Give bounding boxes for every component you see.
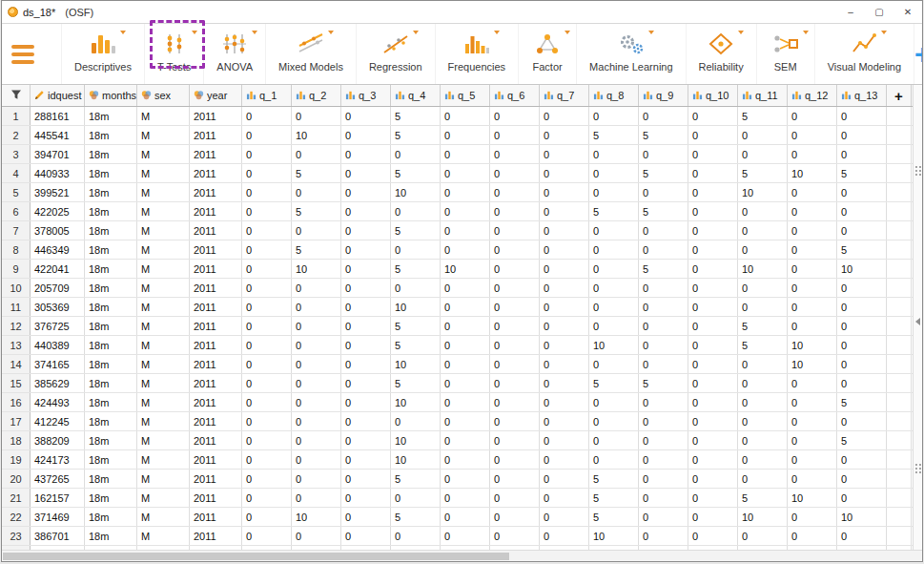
- cell[interactable]: 0: [589, 298, 639, 316]
- cell[interactable]: 0: [341, 317, 391, 335]
- ribbon-module-factor[interactable]: Factor: [519, 24, 577, 84]
- cell[interactable]: 10: [589, 527, 639, 545]
- cell[interactable]: 10: [391, 183, 441, 201]
- cell[interactable]: 0: [242, 202, 292, 220]
- cell[interactable]: 0: [441, 183, 490, 201]
- cell[interactable]: 0: [292, 317, 341, 335]
- cell[interactable]: 0: [688, 527, 738, 545]
- cell[interactable]: 0: [788, 450, 837, 469]
- cell[interactable]: 422025: [31, 202, 85, 220]
- cell[interactable]: 2011: [190, 107, 242, 125]
- cell[interactable]: 0: [242, 279, 292, 297]
- close-button[interactable]: ✕: [893, 1, 922, 23]
- cell[interactable]: 0: [688, 336, 738, 354]
- column-header-year[interactable]: year: [190, 85, 242, 106]
- cell[interactable]: 0: [292, 298, 341, 316]
- cell[interactable]: 5: [391, 336, 441, 354]
- cell[interactable]: 0: [688, 298, 738, 316]
- cell[interactable]: M: [137, 279, 190, 297]
- cell[interactable]: 0: [292, 221, 341, 240]
- cell[interactable]: 5: [639, 374, 688, 392]
- row-number[interactable]: 21: [2, 489, 31, 507]
- cell[interactable]: 0: [639, 393, 688, 411]
- cell[interactable]: 378005: [31, 221, 85, 240]
- cell[interactable]: 0: [837, 527, 887, 545]
- cell[interactable]: 2011: [190, 412, 242, 430]
- cell[interactable]: 0: [242, 508, 292, 526]
- cell[interactable]: 10: [292, 126, 341, 144]
- cell[interactable]: 2011: [190, 126, 242, 144]
- cell[interactable]: 10: [738, 183, 788, 201]
- cell[interactable]: 10: [441, 260, 490, 278]
- cell[interactable]: 0: [490, 431, 540, 449]
- cell[interactable]: M: [137, 393, 190, 411]
- horizontal-scrollbar[interactable]: [2, 550, 922, 561]
- cell[interactable]: 5: [391, 221, 441, 240]
- cell[interactable]: 2011: [190, 431, 242, 449]
- cell[interactable]: 0: [242, 470, 292, 488]
- cell[interactable]: 0: [788, 431, 837, 449]
- cell[interactable]: 440389: [31, 336, 85, 354]
- cell[interactable]: 0: [490, 164, 540, 182]
- cell[interactable]: M: [137, 374, 190, 392]
- cell[interactable]: 0: [490, 527, 540, 545]
- cell[interactable]: 0: [391, 412, 441, 430]
- row-number[interactable]: 9: [2, 260, 31, 278]
- cell[interactable]: 0: [688, 317, 738, 335]
- cell[interactable]: 18m: [85, 298, 137, 316]
- cell[interactable]: 0: [441, 527, 490, 545]
- cell[interactable]: 0: [788, 260, 837, 278]
- cell[interactable]: 0: [639, 336, 688, 354]
- cell[interactable]: 0: [639, 450, 688, 469]
- column-header-idquest[interactable]: idquest: [31, 85, 85, 106]
- cell[interactable]: 0: [837, 107, 887, 125]
- cell[interactable]: 424173: [31, 450, 85, 469]
- cell[interactable]: 0: [490, 489, 540, 507]
- cell[interactable]: 0: [292, 374, 341, 392]
- cell[interactable]: 0: [391, 527, 441, 545]
- cell[interactable]: 0: [490, 202, 540, 220]
- row-number[interactable]: 17: [2, 412, 31, 430]
- cell[interactable]: 205709: [31, 279, 85, 297]
- column-header-q-13[interactable]: q_13: [837, 85, 887, 106]
- cell[interactable]: 0: [688, 240, 738, 259]
- cell[interactable]: M: [137, 450, 190, 469]
- cell[interactable]: 2011: [190, 317, 242, 335]
- cell[interactable]: 0: [837, 145, 887, 163]
- open-results-arrow-icon[interactable]: [915, 318, 920, 325]
- cell[interactable]: 5: [639, 260, 688, 278]
- cell[interactable]: 0: [738, 355, 788, 373]
- ribbon-module-descriptives[interactable]: Descriptives: [61, 24, 145, 84]
- row-number[interactable]: 3: [2, 145, 31, 163]
- cell[interactable]: 0: [837, 317, 887, 335]
- row-number[interactable]: 23: [2, 527, 31, 545]
- cell[interactable]: 0: [589, 221, 639, 240]
- cell[interactable]: 0: [341, 298, 391, 316]
- cell[interactable]: 0: [490, 317, 540, 335]
- cell[interactable]: 0: [639, 317, 688, 335]
- cell[interactable]: 385629: [31, 374, 85, 392]
- cell[interactable]: 0: [837, 183, 887, 201]
- cell[interactable]: 0: [490, 508, 540, 526]
- ribbon-module-frequencies[interactable]: Frequencies: [436, 24, 520, 84]
- cell[interactable]: 0: [738, 450, 788, 469]
- cell[interactable]: 440933: [31, 164, 85, 182]
- cell[interactable]: 0: [837, 279, 887, 297]
- cell[interactable]: 0: [242, 164, 292, 182]
- cell[interactable]: 5: [738, 336, 788, 354]
- splitter-handle-icon[interactable]: [915, 166, 921, 176]
- cell[interactable]: 5: [738, 317, 788, 335]
- cell[interactable]: 0: [639, 508, 688, 526]
- cell[interactable]: 0: [589, 183, 639, 201]
- cell[interactable]: M: [137, 317, 190, 335]
- cell[interactable]: 376725: [31, 317, 85, 335]
- cell[interactable]: 5: [391, 107, 441, 125]
- cell[interactable]: 10: [292, 508, 341, 526]
- cell[interactable]: 0: [540, 450, 589, 469]
- cell[interactable]: 0: [242, 221, 292, 240]
- cell[interactable]: 0: [788, 126, 837, 144]
- cell[interactable]: 10: [837, 260, 887, 278]
- cell[interactable]: 18m: [85, 450, 137, 469]
- cell[interactable]: 0: [688, 107, 738, 125]
- cell[interactable]: 412245: [31, 412, 85, 430]
